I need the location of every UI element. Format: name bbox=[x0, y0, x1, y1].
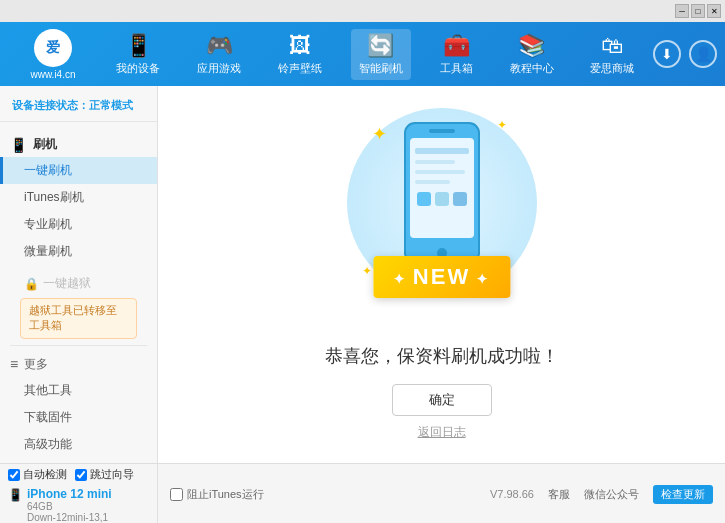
check-update-button[interactable]: 检查更新 bbox=[653, 485, 713, 504]
smart-flash-icon: 🔄 bbox=[367, 33, 394, 59]
restore-btn[interactable]: □ bbox=[691, 4, 705, 18]
sidebar-item-one-key-flash[interactable]: 一键刷机 bbox=[0, 157, 157, 184]
title-bar: ─ □ ✕ bbox=[0, 0, 725, 22]
store-icon: 🛍 bbox=[601, 33, 623, 59]
nav-label-smart-flash: 智能刷机 bbox=[359, 61, 403, 76]
success-text: 恭喜您，保资料刷机成功啦！ bbox=[325, 344, 559, 368]
top-nav: 爱 www.i4.cn 📱 我的设备 🎮 应用游戏 🖼 铃声壁纸 🔄 智能刷机 … bbox=[0, 22, 725, 86]
center-area: ✦ ✦ ✦ bbox=[158, 86, 725, 463]
nav-label-apps-games: 应用游戏 bbox=[197, 61, 241, 76]
device-name: iPhone 12 mini bbox=[27, 487, 112, 501]
sidebar-item-itunes-flash[interactable]: iTunes刷机 bbox=[0, 184, 157, 211]
skip-wizard-input[interactable] bbox=[75, 469, 87, 481]
my-device-icon: 📱 bbox=[125, 33, 152, 59]
sidebar-category-flash: 📱 刷机 bbox=[0, 132, 157, 157]
confirm-button[interactable]: 确定 bbox=[392, 384, 492, 416]
lock-icon: 🔒 bbox=[24, 277, 39, 291]
nav-items: 📱 我的设备 🎮 应用游戏 🖼 铃声壁纸 🔄 智能刷机 🧰 工具箱 📚 教程中心… bbox=[98, 29, 653, 80]
stop-itunes-label[interactable]: 阻止iTunes运行 bbox=[170, 487, 264, 502]
auto-detect-checkbox[interactable]: 自动检测 bbox=[8, 467, 67, 482]
svg-rect-3 bbox=[429, 129, 455, 133]
status-label: 设备连接状态： bbox=[12, 99, 89, 111]
flash-category-icon: 📱 bbox=[10, 137, 27, 153]
svg-rect-8 bbox=[417, 192, 431, 206]
logo-icon: 爱 bbox=[34, 29, 72, 67]
device-icon: 📱 bbox=[8, 488, 23, 502]
bottom-bar: 自动检测 跳过向导 📱 iPhone 12 mini 64GB Down-12m… bbox=[0, 463, 725, 523]
logo-text: www.i4.cn bbox=[30, 69, 75, 80]
nav-label-wallpaper: 铃声壁纸 bbox=[278, 61, 322, 76]
sidebar-flash-section: 📱 刷机 一键刷机 iTunes刷机 专业刷机 微量刷机 bbox=[0, 128, 157, 269]
sidebar-item-micro-flash[interactable]: 微量刷机 bbox=[0, 238, 157, 265]
nav-label-store: 爱思商城 bbox=[590, 61, 634, 76]
svg-rect-7 bbox=[415, 180, 450, 184]
nav-item-apps-games[interactable]: 🎮 应用游戏 bbox=[189, 29, 249, 80]
nav-item-smart-flash[interactable]: 🔄 智能刷机 bbox=[351, 29, 411, 80]
nav-item-tutorials[interactable]: 📚 教程中心 bbox=[502, 29, 562, 80]
sidebar-more-label: ≡ 更多 bbox=[0, 352, 157, 377]
sidebar: 设备连接状态：正常模式 📱 刷机 一键刷机 iTunes刷机 专业刷机 微量刷机… bbox=[0, 86, 158, 463]
device-info-row: 📱 iPhone 12 mini 64GB Down-12mini-13,1 bbox=[8, 487, 149, 523]
close-btn[interactable]: ✕ bbox=[707, 4, 721, 18]
auto-detect-input[interactable] bbox=[8, 469, 20, 481]
jailbreak-notice: 越狱工具已转移至 工具箱 bbox=[20, 298, 137, 339]
customer-service-link[interactable]: 客服 bbox=[548, 487, 570, 502]
svg-rect-5 bbox=[415, 160, 455, 164]
wechat-public-link[interactable]: 微信公众号 bbox=[584, 487, 639, 502]
download-btn[interactable]: ⬇ bbox=[653, 40, 681, 68]
status-value: 正常模式 bbox=[89, 99, 133, 111]
sidebar-divider bbox=[10, 345, 147, 346]
user-btn[interactable]: 👤 bbox=[689, 40, 717, 68]
version-text: V7.98.66 bbox=[490, 488, 534, 500]
jailbreak-section: 🔒 一键越狱 越狱工具已转移至 工具箱 bbox=[0, 269, 157, 339]
more-eq-icon: ≡ bbox=[10, 356, 18, 372]
bottom-right: V7.98.66 客服 微信公众号 检查更新 bbox=[490, 464, 725, 523]
bottom-left: 自动检测 跳过向导 📱 iPhone 12 mini 64GB Down-12m… bbox=[0, 464, 158, 523]
minimize-btn[interactable]: ─ bbox=[675, 4, 689, 18]
logo[interactable]: 爱 www.i4.cn bbox=[8, 29, 98, 80]
back-link[interactable]: 返回日志 bbox=[418, 424, 466, 441]
svg-rect-10 bbox=[453, 192, 467, 206]
checkboxes-row: 自动检测 跳过向导 bbox=[8, 465, 149, 484]
wallpaper-icon: 🖼 bbox=[289, 33, 311, 59]
nav-label-toolbox: 工具箱 bbox=[440, 61, 473, 76]
nav-item-store[interactable]: 🛍 爱思商城 bbox=[582, 29, 642, 80]
nav-label-my-device: 我的设备 bbox=[116, 61, 160, 76]
stop-itunes-checkbox[interactable] bbox=[170, 488, 183, 501]
nav-item-my-device[interactable]: 📱 我的设备 bbox=[108, 29, 168, 80]
toolbox-icon: 🧰 bbox=[443, 33, 470, 59]
svg-rect-4 bbox=[415, 148, 469, 154]
phone-illustration: ✦ ✦ ✦ bbox=[342, 108, 542, 328]
sparkle-2: ✦ bbox=[497, 118, 507, 132]
jailbreak-disabled-label: 🔒 一键越狱 bbox=[10, 271, 147, 294]
nav-item-wallpaper[interactable]: 🖼 铃声壁纸 bbox=[270, 29, 330, 80]
device-storage: 64GB bbox=[27, 501, 112, 512]
sidebar-item-advanced[interactable]: 高级功能 bbox=[0, 431, 157, 458]
sidebar-item-download-firmware[interactable]: 下载固件 bbox=[0, 404, 157, 431]
new-banner: NEW bbox=[373, 256, 510, 298]
svg-rect-9 bbox=[435, 192, 449, 206]
nav-item-toolbox[interactable]: 🧰 工具箱 bbox=[432, 29, 481, 80]
device-detail: Down-12mini-13,1 bbox=[27, 512, 112, 523]
sparkle-1: ✦ bbox=[372, 123, 387, 145]
bottom-center: 阻止iTunes运行 bbox=[158, 464, 490, 523]
apps-games-icon: 🎮 bbox=[206, 33, 233, 59]
tutorials-icon: 📚 bbox=[518, 33, 545, 59]
device-details: iPhone 12 mini 64GB Down-12mini-13,1 bbox=[27, 487, 112, 523]
sidebar-item-pro-flash[interactable]: 专业刷机 bbox=[0, 211, 157, 238]
sidebar-item-other-tools[interactable]: 其他工具 bbox=[0, 377, 157, 404]
sparkle-3: ✦ bbox=[362, 264, 372, 278]
skip-wizard-checkbox[interactable]: 跳过向导 bbox=[75, 467, 134, 482]
nav-right: ⬇ 👤 bbox=[653, 40, 717, 68]
connection-status: 设备连接状态：正常模式 bbox=[0, 94, 157, 122]
nav-label-tutorials: 教程中心 bbox=[510, 61, 554, 76]
svg-rect-6 bbox=[415, 170, 465, 174]
